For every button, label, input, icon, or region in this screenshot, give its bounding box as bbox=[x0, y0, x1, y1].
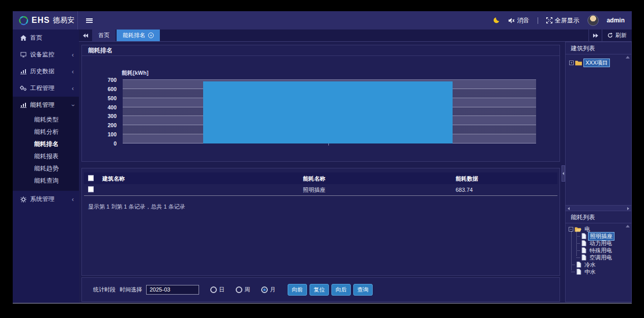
home-icon bbox=[20, 35, 26, 41]
expand-plus-icon[interactable]: + bbox=[569, 61, 574, 65]
header-divider bbox=[538, 17, 538, 24]
username[interactable]: admin bbox=[607, 17, 625, 24]
sidebar-item-label: 设备监控 bbox=[30, 50, 54, 59]
gears-icon bbox=[20, 85, 26, 91]
building-list-title: 建筑列表 bbox=[566, 42, 631, 54]
tree-item-hvac[interactable]: 空调用电 bbox=[576, 254, 613, 261]
radio-label: 周 bbox=[244, 286, 250, 294]
tree-item-cold-water[interactable]: 冷水 bbox=[571, 261, 597, 268]
collapse-minus-icon[interactable]: − bbox=[569, 227, 573, 232]
time-selection-bar: 统计时段 时间选择 日 周 月 向前 复位 向后 查询 bbox=[81, 277, 560, 302]
menu-toggle-button[interactable] bbox=[86, 18, 93, 23]
folder-icon bbox=[575, 60, 582, 66]
radio-label: 月 bbox=[270, 286, 275, 294]
backward-button[interactable]: 向后 bbox=[331, 284, 351, 296]
submenu-label: 能耗分析 bbox=[34, 128, 59, 136]
tabs-scroll-left-button[interactable] bbox=[79, 30, 92, 41]
sidebar-item-device-monitor[interactable]: 设备监控 ‹ bbox=[13, 46, 79, 63]
energy-tree: − 电 照明插座 动力用电 bbox=[566, 223, 631, 302]
tab-label: 能耗排名 bbox=[123, 32, 145, 39]
tree-item-reclaimed-water[interactable]: 中水 bbox=[571, 268, 597, 275]
scroll-left-icon[interactable] bbox=[568, 207, 570, 210]
tab-energy-ranking[interactable]: 能耗排名 × bbox=[117, 30, 160, 41]
gear-icon bbox=[20, 196, 26, 203]
x-axis-tick bbox=[328, 143, 329, 146]
sidebar-item-project-mgmt[interactable]: 工程管理 ‹ bbox=[13, 80, 79, 97]
sidebar: 首页 设备监控 ‹ 历史数据 ‹ 工 bbox=[13, 30, 79, 303]
bar-series[interactable] bbox=[203, 81, 453, 143]
radio-month[interactable]: 月 bbox=[261, 286, 275, 294]
tree-item-project[interactable]: + XXX项目 bbox=[569, 59, 610, 66]
y-tick-label: 600 bbox=[107, 86, 117, 92]
panel-collapse-handle[interactable] bbox=[562, 165, 565, 182]
tree-item-lighting[interactable]: 照明插座 bbox=[576, 233, 614, 240]
mute-button[interactable]: 消音 bbox=[508, 16, 529, 25]
radio-day[interactable]: 日 bbox=[210, 286, 225, 294]
scroll-up-icon[interactable] bbox=[626, 56, 630, 59]
radio-week[interactable]: 周 bbox=[236, 286, 250, 294]
sidebar-subitem-energy-report[interactable]: 能耗报表 bbox=[13, 150, 79, 162]
avatar[interactable] bbox=[587, 15, 599, 26]
sidebar-item-history-data[interactable]: 历史数据 ‹ bbox=[13, 63, 79, 80]
file-icon bbox=[581, 240, 586, 246]
sidebar-item-system-mgmt[interactable]: 系统管理 ‹ bbox=[13, 191, 79, 208]
sidebar-subitem-energy-query[interactable]: 能耗查询 bbox=[13, 175, 79, 187]
scroll-right-icon[interactable] bbox=[627, 207, 629, 210]
file-icon bbox=[581, 247, 586, 253]
tree-item-label[interactable]: 冷水 bbox=[583, 261, 597, 269]
sidebar-subitem-energy-trend[interactable]: 能耗趋势 bbox=[13, 162, 79, 175]
time-picker-label: 时间选择 bbox=[120, 286, 142, 294]
record-summary: 显示第 1 到第 1 条记录，总共 1 条记录 bbox=[88, 203, 559, 211]
sidebar-subitem-energy-ranking[interactable]: 能耗排名 bbox=[13, 138, 79, 150]
query-button[interactable]: 查询 bbox=[353, 284, 373, 296]
chevron-left-icon: ‹ bbox=[72, 69, 74, 75]
tree-connector bbox=[571, 272, 575, 272]
fullscreen-button[interactable]: 全屏显示 bbox=[546, 16, 579, 25]
tab-bar: 首页 能耗排名 × 刷新 bbox=[79, 30, 632, 42]
refresh-button[interactable]: 刷新 bbox=[602, 30, 632, 41]
tree-item-label[interactable]: XXX项目 bbox=[583, 59, 610, 67]
y-tick-label: 0 bbox=[114, 140, 117, 147]
sidebar-item-energy-mgmt[interactable]: 能耗管理 ‹ bbox=[13, 97, 79, 113]
tree-connector bbox=[576, 243, 580, 244]
tree-item-special[interactable]: 特殊用电 bbox=[576, 247, 613, 254]
sidebar-subitem-energy-type[interactable]: 能耗类型 bbox=[13, 113, 79, 126]
tab-home[interactable]: 首页 bbox=[92, 30, 116, 41]
select-all-checkbox[interactable] bbox=[88, 175, 94, 182]
tree-connector bbox=[576, 250, 580, 251]
table-row[interactable]: 照明插座 683.74 bbox=[84, 184, 557, 196]
row-checkbox[interactable] bbox=[88, 187, 94, 193]
brand-name: 德易安 bbox=[53, 16, 74, 25]
tree-item-label[interactable]: 中水 bbox=[583, 268, 597, 276]
submenu-label: 能耗报表 bbox=[34, 152, 59, 161]
y-tick-label: 500 bbox=[107, 95, 117, 101]
open-folder-icon bbox=[575, 226, 581, 232]
close-tab-icon[interactable]: × bbox=[148, 33, 154, 38]
tree-item-label[interactable]: 空调用电 bbox=[588, 254, 613, 262]
app-window: EHS 德易安 消音 bbox=[13, 11, 632, 304]
horizontal-scrollbar[interactable] bbox=[566, 205, 631, 211]
sidebar-group-energy: 能耗管理 ‹ 能耗类型 能耗分析 能耗排名 能耗报表 能耗趋势 能耗查询 bbox=[13, 97, 79, 191]
submenu-label: 能耗趋势 bbox=[34, 164, 59, 173]
panel-title: 能耗排名 bbox=[82, 45, 559, 56]
tree-item-label[interactable]: 动力用电 bbox=[588, 240, 613, 247]
scroll-up-icon[interactable] bbox=[626, 225, 630, 227]
sidebar-item-label: 能耗管理 bbox=[30, 101, 54, 109]
tab-label: 首页 bbox=[98, 32, 109, 39]
radio-circle bbox=[210, 286, 217, 293]
time-input[interactable] bbox=[146, 285, 199, 295]
refresh-label: 刷新 bbox=[615, 32, 627, 39]
sidebar-subitem-energy-analysis[interactable]: 能耗分析 bbox=[13, 126, 79, 138]
tabs-scroll-right-button[interactable] bbox=[589, 30, 602, 41]
tree-item-power[interactable]: 动力用电 bbox=[576, 240, 613, 247]
forward-button[interactable]: 向前 bbox=[288, 284, 307, 296]
radio-circle bbox=[236, 286, 242, 293]
theme-moon-icon[interactable] bbox=[493, 17, 500, 24]
file-icon bbox=[576, 262, 581, 268]
refresh-icon bbox=[607, 33, 613, 38]
reset-button[interactable]: 复位 bbox=[310, 284, 329, 296]
submenu-label: 能耗查询 bbox=[34, 177, 59, 185]
tree-item-label[interactable]: 特殊用电 bbox=[588, 247, 613, 254]
y-tick-label: 300 bbox=[107, 113, 117, 119]
sidebar-item-home[interactable]: 首页 bbox=[13, 30, 79, 46]
